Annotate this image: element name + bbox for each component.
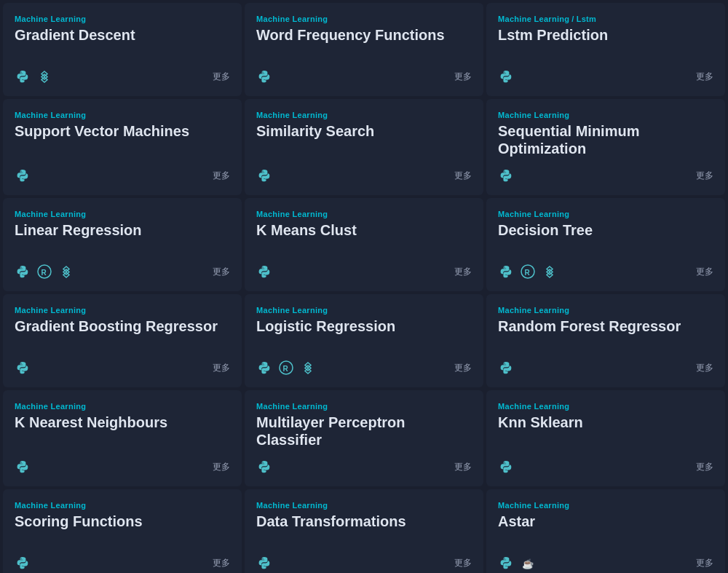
card-word-frequency[interactable]: Machine Learning Word Frequency Function… (245, 3, 483, 96)
card-top: Machine Learning Astar (498, 501, 713, 530)
card-title: Support Vector Machines (15, 122, 230, 140)
card-bottom: 更多 (15, 167, 230, 183)
card-title: Lstm Prediction (498, 26, 713, 44)
card-bottom: 更多 (256, 68, 472, 84)
card-category: Machine Learning (15, 501, 230, 510)
card-icons (15, 360, 31, 376)
card-multilayer-perceptron-classifier[interactable]: Machine Learning Multilayer Perceptron C… (245, 390, 483, 486)
card-astar[interactable]: Machine Learning Astar ☕ 更多 (486, 489, 725, 573)
more-link[interactable]: 更多 (213, 266, 230, 278)
card-title: K Nearest Neighbours (15, 414, 230, 431)
python-icon (15, 459, 31, 475)
more-link[interactable]: 更多 (454, 170, 472, 182)
python-icon (498, 360, 514, 376)
card-category: Machine Learning (15, 111, 230, 119)
python-icon (498, 167, 514, 183)
card-category: Machine Learning (15, 210, 230, 218)
card-support-vector-machines[interactable]: Machine Learning Support Vector Machines… (3, 99, 242, 195)
card-category: Machine Learning (256, 306, 472, 315)
more-link[interactable]: 更多 (696, 362, 713, 374)
card-title: Similarity Search (256, 122, 472, 140)
card-top: Machine Learning Knn Sklearn (498, 402, 713, 431)
card-subcategory-label: Lstm (577, 15, 596, 23)
card-title: Sequential Minimum Optimization (498, 122, 713, 157)
card-logistic-regression[interactable]: Machine Learning Logistic Regression R 更… (245, 294, 483, 387)
card-top: Machine Learning Scoring Functions (15, 501, 230, 530)
card-scoring-functions[interactable]: Machine Learning Scoring Functions 更多 (3, 489, 242, 573)
scala-icon (300, 360, 316, 376)
card-icons: ☕ (498, 555, 536, 571)
more-link[interactable]: 更多 (696, 266, 713, 278)
card-random-forest-regressor[interactable]: Machine Learning Random Forest Regressor… (486, 294, 725, 387)
card-lstm-prediction[interactable]: Machine Learning / Lstm Lstm Prediction … (486, 3, 725, 96)
card-bottom: 更多 (256, 264, 472, 280)
card-title: Decision Tree (498, 221, 713, 239)
card-title: Gradient Boosting Regressor (15, 317, 230, 335)
card-category: Machine Learning (15, 306, 230, 315)
more-link[interactable]: 更多 (454, 71, 472, 83)
python-icon (15, 167, 31, 183)
more-link[interactable]: 更多 (696, 461, 713, 473)
python-icon (256, 459, 272, 475)
card-data-transformations[interactable]: Machine Learning Data Transformations 更多 (245, 489, 483, 573)
card-bottom: R 更多 (498, 264, 713, 280)
more-link[interactable]: 更多 (213, 557, 230, 569)
card-bottom: R 更多 (256, 360, 472, 376)
more-link[interactable]: 更多 (454, 461, 472, 473)
more-link[interactable]: 更多 (696, 170, 713, 182)
card-bottom: 更多 (256, 459, 472, 475)
card-category: Machine Learning (256, 501, 472, 510)
card-bottom: 更多 (256, 555, 472, 571)
card-k-means-clust[interactable]: Machine Learning K Means Clust 更多 (245, 198, 483, 291)
card-similarity-search[interactable]: Machine Learning Similarity Search 更多 (245, 99, 483, 195)
r-icon: R (520, 264, 536, 280)
more-link[interactable]: 更多 (696, 557, 713, 569)
card-knn-sklearn[interactable]: Machine Learning Knn Sklearn 更多 (486, 390, 725, 486)
card-category: Machine Learning (498, 402, 713, 411)
python-icon (15, 68, 31, 84)
more-link[interactable]: 更多 (454, 557, 472, 569)
card-icons: R (498, 264, 558, 280)
card-category: Machine Learning (256, 111, 472, 119)
card-title: Multilayer Perceptron Classifier (256, 414, 472, 448)
card-top: Machine Learning Word Frequency Function… (256, 15, 472, 44)
more-link[interactable]: 更多 (213, 362, 230, 374)
card-icons (498, 459, 514, 475)
scala-icon (58, 264, 74, 280)
card-k-nearest-neighbours[interactable]: Machine Learning K Nearest Neighbours 更多 (3, 390, 242, 486)
card-icons (498, 360, 514, 376)
card-category: Machine Learning / Lstm (498, 15, 713, 23)
python-icon (15, 264, 31, 280)
card-top: Machine Learning Support Vector Machines (15, 111, 230, 140)
python-icon (256, 360, 272, 376)
more-link[interactable]: 更多 (454, 362, 472, 374)
scala-icon (36, 68, 52, 84)
card-linear-regression[interactable]: Machine Learning Linear Regression R 更多 (3, 198, 242, 291)
card-top: Machine Learning Sequential Minimum Opti… (498, 111, 713, 157)
card-gradient-boosting-regressor[interactable]: Machine Learning Gradient Boosting Regre… (3, 294, 242, 387)
card-top: Machine Learning Multilayer Perceptron C… (256, 402, 472, 448)
cards-grid: Machine Learning Gradient Descent 更多 Mac… (3, 3, 725, 573)
card-title: Knn Sklearn (498, 414, 713, 431)
svg-text:☕: ☕ (522, 558, 534, 570)
more-link[interactable]: 更多 (696, 71, 713, 83)
card-icons (256, 555, 272, 571)
more-link[interactable]: 更多 (454, 266, 472, 278)
card-icons: R (256, 360, 316, 376)
card-bottom: 更多 (498, 68, 713, 84)
card-category: Machine Learning (256, 15, 472, 23)
card-bottom: 更多 (256, 167, 472, 183)
card-icons (15, 555, 31, 571)
more-link[interactable]: 更多 (213, 170, 230, 182)
more-link[interactable]: 更多 (213, 461, 230, 473)
card-bottom: 更多 (498, 167, 713, 183)
card-icons: R (15, 264, 74, 280)
card-bottom: 更多 (15, 360, 230, 376)
card-category: Machine Learning (256, 210, 472, 218)
python-icon (498, 264, 514, 280)
card-category: Machine Learning (498, 306, 713, 315)
card-decision-tree[interactable]: Machine Learning Decision Tree R 更多 (486, 198, 725, 291)
card-sequential-minimum-optimization[interactable]: Machine Learning Sequential Minimum Opti… (486, 99, 725, 195)
more-link[interactable]: 更多 (213, 71, 230, 83)
card-gradient-descent[interactable]: Machine Learning Gradient Descent 更多 (3, 3, 242, 96)
